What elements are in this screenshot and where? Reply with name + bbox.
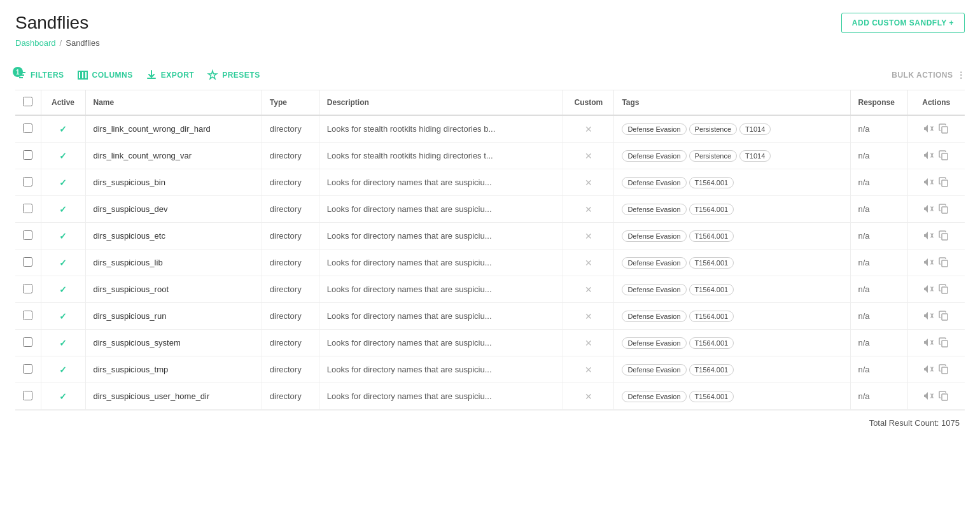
row-8-checkbox[interactable] xyxy=(23,337,32,347)
mute-button[interactable] xyxy=(921,122,936,135)
breadcrumb-dashboard[interactable]: Dashboard xyxy=(15,38,56,48)
row-0-tags: Defense EvasionPersistenceT1014 xyxy=(614,115,850,143)
tag-badge: Defense Evasion xyxy=(622,204,686,215)
copy-button[interactable] xyxy=(936,122,951,135)
select-all-header[interactable] xyxy=(15,90,41,115)
bulk-actions-button[interactable]: BULK ACTIONS ⋮ xyxy=(892,71,965,80)
row-9-custom: ✕ xyxy=(563,356,614,383)
col-header-active: Active xyxy=(41,90,85,115)
row-4-checkbox-cell[interactable] xyxy=(15,223,41,249)
mute-button[interactable] xyxy=(921,309,936,322)
row-4-checkbox[interactable] xyxy=(23,230,32,240)
row-7-active: ✓ xyxy=(41,303,85,330)
row-4-active: ✓ xyxy=(41,223,85,249)
row-9-checkbox-cell[interactable] xyxy=(15,356,41,383)
mute-button[interactable] xyxy=(921,336,936,349)
row-8-checkbox-cell[interactable] xyxy=(15,330,41,356)
row-4-tags: Defense EvasionT1564.001 xyxy=(614,223,850,249)
row-7-response: n/a xyxy=(850,303,907,330)
custom-xmark: ✕ xyxy=(585,391,592,402)
row-2-actions xyxy=(907,169,965,196)
presets-icon xyxy=(207,69,218,81)
mute-button[interactable] xyxy=(921,149,936,162)
copy-button[interactable] xyxy=(936,229,951,242)
custom-xmark: ✕ xyxy=(585,151,592,161)
row-1-checkbox[interactable] xyxy=(23,150,32,160)
total-result-count: Total Result Count: 1075 xyxy=(869,418,960,428)
row-7-checkbox[interactable] xyxy=(23,311,32,320)
col-header-actions: Actions xyxy=(907,90,965,115)
row-3-checkbox[interactable] xyxy=(23,204,32,213)
row-5-checkbox[interactable] xyxy=(23,257,32,267)
filters-button[interactable]: 1 FILTERS xyxy=(15,67,64,83)
copy-button[interactable] xyxy=(936,390,951,402)
row-10-description: Looks for directory names that are suspi… xyxy=(319,383,563,410)
copy-button[interactable] xyxy=(936,149,951,162)
mute-button[interactable] xyxy=(921,283,936,295)
row-10-checkbox-cell[interactable] xyxy=(15,383,41,410)
row-1-checkbox-cell[interactable] xyxy=(15,143,41,169)
columns-button[interactable]: COLUMNS xyxy=(77,67,133,83)
row-0-checkbox-cell[interactable] xyxy=(15,115,41,143)
svg-rect-5 xyxy=(85,71,87,79)
row-2-checkbox-cell[interactable] xyxy=(15,169,41,196)
mute-button[interactable] xyxy=(921,363,936,376)
mute-button[interactable] xyxy=(921,176,936,188)
row-6-type: directory xyxy=(262,276,319,303)
copy-icon xyxy=(939,311,949,321)
row-6-checkbox[interactable] xyxy=(23,284,32,293)
row-9-description: Looks for directory names that are suspi… xyxy=(319,356,563,383)
row-1-tags: Defense EvasionPersistenceT1014 xyxy=(614,143,850,169)
row-2-name: dirs_suspicious_bin xyxy=(85,169,262,196)
tag-badge: T1564.001 xyxy=(689,257,734,269)
row-0-description: Looks for stealth rootkits hiding direct… xyxy=(319,115,563,143)
sandfly-description: Looks for stealth rootkits hiding direct… xyxy=(327,151,493,160)
row-0-checkbox[interactable] xyxy=(23,123,32,133)
response-value: n/a xyxy=(858,231,870,241)
response-value: n/a xyxy=(858,178,870,187)
active-checkmark: ✓ xyxy=(59,151,67,161)
copy-button[interactable] xyxy=(936,283,951,295)
select-all-checkbox[interactable] xyxy=(23,97,32,106)
export-button[interactable]: EXPORT xyxy=(146,67,194,83)
mute-icon xyxy=(923,364,934,374)
row-1-description: Looks for stealth rootkits hiding direct… xyxy=(319,143,563,169)
copy-icon xyxy=(939,123,949,134)
mute-button[interactable] xyxy=(921,229,936,242)
active-checkmark: ✓ xyxy=(59,204,67,214)
copy-button[interactable] xyxy=(936,256,951,269)
row-7-checkbox-cell[interactable] xyxy=(15,303,41,330)
custom-xmark: ✕ xyxy=(585,231,592,241)
mute-button[interactable] xyxy=(921,390,936,402)
tag-badge: Defense Evasion xyxy=(622,150,686,162)
sandfly-description: Looks for directory names that are suspi… xyxy=(327,285,492,294)
row-7-type: directory xyxy=(262,303,319,330)
row-6-checkbox-cell[interactable] xyxy=(15,276,41,303)
mute-button[interactable] xyxy=(921,256,936,269)
copy-button[interactable] xyxy=(936,309,951,322)
copy-icon xyxy=(939,150,949,160)
custom-xmark: ✕ xyxy=(585,365,592,375)
copy-button[interactable] xyxy=(936,202,951,215)
copy-button[interactable] xyxy=(936,176,951,188)
table-row: ✓dirs_suspicious_devdirectoryLooks for d… xyxy=(15,196,965,223)
row-10-checkbox[interactable] xyxy=(23,391,32,400)
export-icon xyxy=(146,69,157,81)
row-3-checkbox-cell[interactable] xyxy=(15,196,41,223)
copy-icon xyxy=(939,391,949,401)
add-custom-sandfly-button[interactable]: ADD CUSTOM SANDFLY + xyxy=(841,13,965,33)
tag-badge: T1564.001 xyxy=(689,311,734,322)
presets-button[interactable]: PRESETS xyxy=(207,67,260,83)
table-row: ✓dirs_suspicious_tmpdirectoryLooks for d… xyxy=(15,356,965,383)
table-row: ✓dirs_suspicious_rundirectoryLooks for d… xyxy=(15,303,965,330)
tag-badge: Defense Evasion xyxy=(622,177,686,188)
row-5-checkbox-cell[interactable] xyxy=(15,249,41,276)
row-2-checkbox[interactable] xyxy=(23,177,32,186)
copy-button[interactable] xyxy=(936,363,951,376)
row-6-name: dirs_suspicious_root xyxy=(85,276,262,303)
mute-button[interactable] xyxy=(921,202,936,215)
row-6-response: n/a xyxy=(850,276,907,303)
row-9-checkbox[interactable] xyxy=(23,364,32,374)
row-8-active: ✓ xyxy=(41,330,85,356)
copy-button[interactable] xyxy=(936,336,951,349)
